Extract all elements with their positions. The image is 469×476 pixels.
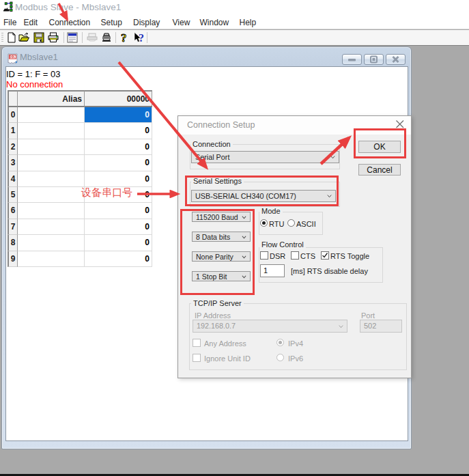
svg-text:?: ? bbox=[121, 32, 127, 43]
